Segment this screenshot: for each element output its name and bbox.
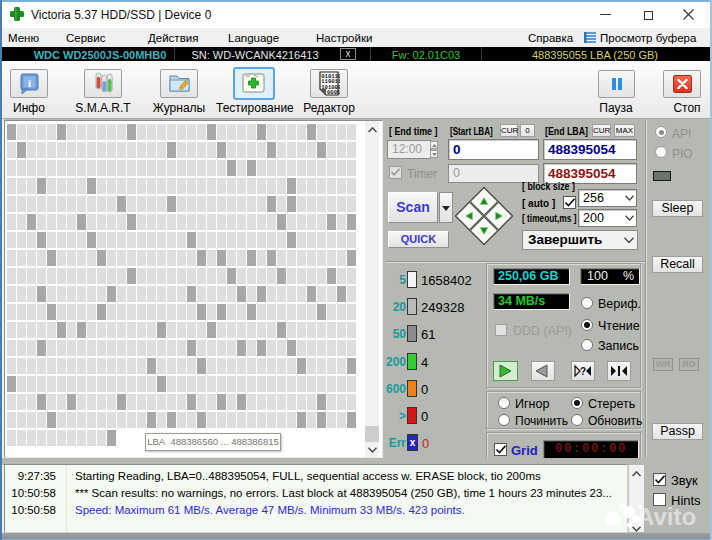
- svg-text:?: ?: [580, 366, 586, 377]
- svg-text:Avito: Avito: [637, 503, 696, 530]
